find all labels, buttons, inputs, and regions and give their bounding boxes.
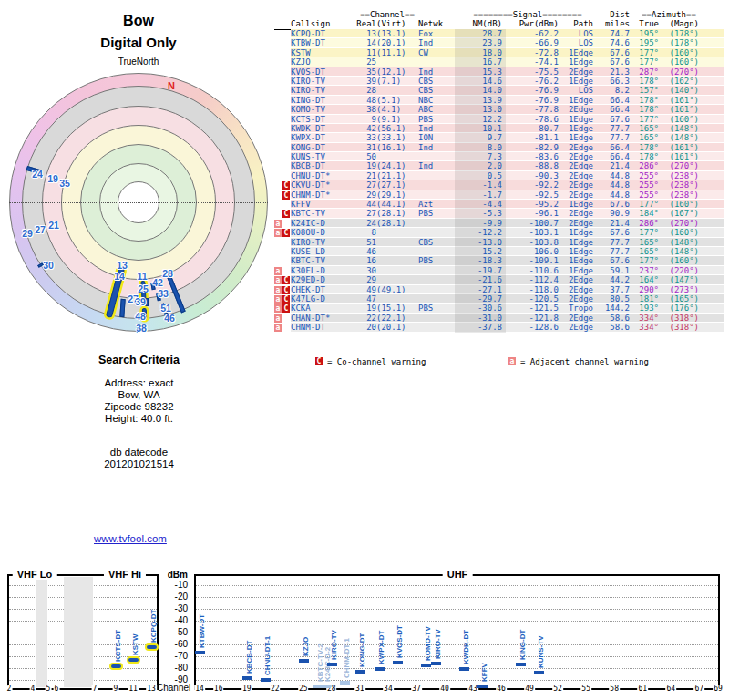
callsign-cell: KWDK-DT bbox=[291, 124, 356, 133]
channel-tick-label: 5 bbox=[46, 685, 52, 693]
nm-db-cell: 18.0 bbox=[455, 48, 502, 57]
power-dbm-cell: -100.7 bbox=[502, 219, 559, 228]
azimuth-magnetic-cell: (270°) bbox=[661, 219, 704, 228]
azimuth-true-cell: 164° bbox=[633, 275, 661, 284]
azimuth-true-cell: 195° bbox=[633, 38, 661, 47]
radar-channel-label: 19 bbox=[47, 173, 58, 184]
azimuth-true-cell: 195° bbox=[633, 29, 661, 38]
azimuth-magnetic-cell: (161°) bbox=[661, 152, 704, 161]
azimuth-magnetic-cell: (165°) bbox=[661, 294, 704, 304]
co-channel-marker: C bbox=[282, 295, 290, 304]
gridline bbox=[196, 585, 718, 586]
real-channel-cell: 49 bbox=[356, 285, 376, 294]
adjacent-channel-marker: a bbox=[274, 229, 282, 237]
azimuth-true-cell: 177° bbox=[633, 228, 661, 237]
azimuth-magnetic-cell: (176°) bbox=[661, 304, 704, 313]
virtual-channel-cell: (22.1) bbox=[376, 314, 418, 323]
nm-db-cell: 13.0 bbox=[455, 105, 502, 114]
distance-cell: 67.6 bbox=[601, 57, 633, 67]
real-channel-cell: 48 bbox=[356, 96, 376, 105]
nm-db-cell: 0.5 bbox=[455, 171, 502, 180]
path-cell: 1Edge bbox=[559, 77, 601, 86]
path-cell: 2Edge bbox=[559, 143, 601, 152]
network-cell bbox=[418, 314, 455, 323]
column-header: True bbox=[633, 19, 661, 29]
channel-tick-label: 11 bbox=[128, 685, 139, 693]
callsign-cell: K30FL-D bbox=[291, 266, 356, 275]
azimuth-magnetic-cell: (148°) bbox=[661, 238, 704, 247]
path-cell: 2Edge bbox=[559, 171, 601, 180]
virtual-channel-cell: (20.1) bbox=[376, 38, 418, 47]
spectrum-signal-label: CHNU-DT-1 bbox=[263, 636, 272, 675]
distance-cell: 44.8 bbox=[601, 190, 633, 200]
path-cell: LOS bbox=[559, 29, 601, 38]
azimuth-magnetic-cell: (318°) bbox=[661, 314, 704, 323]
power-dbm-cell: -120.5 bbox=[502, 294, 559, 304]
channel-tick-label: 31 bbox=[354, 685, 365, 693]
azimuth-true-cell: 286° bbox=[633, 219, 661, 228]
column-header: (Magn) bbox=[661, 19, 704, 29]
virtual-channel-cell bbox=[376, 86, 418, 95]
power-dbm-cell: -75.5 bbox=[502, 67, 559, 77]
network-cell: CW bbox=[418, 48, 455, 57]
path-cell: 2Edge bbox=[559, 209, 601, 218]
radar-channel-label: 28 bbox=[162, 268, 173, 279]
table-row: KCTS-DT9(9.1)PBS12.2-78.61Edge67.6177°(1… bbox=[274, 115, 724, 124]
gridline bbox=[196, 680, 718, 681]
nm-db-cell: 16.7 bbox=[455, 57, 502, 67]
path-cell: 2Edge bbox=[559, 314, 601, 323]
virtual-channel-cell bbox=[376, 228, 418, 237]
azimuth-magnetic-cell: (162°) bbox=[661, 77, 704, 86]
path-cell: 2Edge bbox=[559, 161, 601, 170]
tvfool-link[interactable]: www.tvfool.com bbox=[94, 533, 167, 544]
spectrum-signal-label: KWPX-DT bbox=[377, 631, 385, 664]
search-criteria: Search Criteria Address: exactBow, WAZip… bbox=[36, 354, 241, 470]
real-channel-cell: 19 bbox=[356, 304, 376, 313]
callsign-cell: KCTS-DT bbox=[291, 115, 356, 124]
nm-db-cell: -21.6 bbox=[455, 275, 502, 284]
power-dbm-cell: -103.8 bbox=[502, 238, 559, 247]
real-channel-cell: 8 bbox=[356, 228, 376, 237]
azimuth-true-cell: 178° bbox=[633, 96, 661, 105]
azimuth-magnetic-cell: (161°) bbox=[661, 143, 704, 152]
azimuth-magnetic-cell: (318°) bbox=[661, 323, 704, 332]
table-row: aK24IC-D24(28.1)-9.9-100.72Edge21.4286°(… bbox=[274, 219, 724, 228]
azimuth-true-cell: 255° bbox=[633, 190, 661, 200]
network-cell bbox=[418, 219, 455, 228]
gridline bbox=[196, 644, 718, 645]
channel-tick-label: 61 bbox=[637, 685, 648, 693]
spectrum-signal-bar bbox=[327, 663, 337, 666]
callsign-cell: KBTC-TV bbox=[291, 256, 356, 265]
azimuth-true-cell: 165° bbox=[633, 133, 661, 142]
spectrum-signal-label: KCPQ-DT bbox=[149, 609, 158, 642]
spectrum-signal-bar bbox=[355, 670, 365, 674]
nm-db-cell: -31.0 bbox=[455, 314, 502, 323]
spectrum-signal-bar bbox=[516, 663, 526, 666]
radar-channel-label: 33 bbox=[158, 288, 169, 299]
path-cell: 2Edge bbox=[559, 190, 601, 200]
network-cell bbox=[418, 190, 455, 200]
radar-channel-label: 35 bbox=[59, 178, 70, 189]
callsign-cell: KOMO-TV bbox=[291, 105, 356, 114]
virtual-channel-cell: (20.1) bbox=[376, 323, 418, 332]
path-cell: LOS bbox=[559, 86, 601, 95]
virtual-channel-cell: (4.1) bbox=[376, 105, 418, 114]
virtual-channel-cell bbox=[376, 247, 418, 256]
nm-db-cell: -30.6 bbox=[455, 304, 502, 313]
network-cell bbox=[418, 171, 455, 180]
channel-tick-label: 4 bbox=[30, 685, 36, 693]
real-channel-cell: 16 bbox=[356, 256, 376, 265]
callsign-cell: K47LG-D bbox=[291, 294, 356, 304]
power-dbm-cell: -103.1 bbox=[502, 228, 559, 237]
network-cell: CBS bbox=[418, 77, 455, 86]
power-dbm-cell: -74.1 bbox=[502, 57, 559, 67]
path-cell: 2Edge bbox=[559, 67, 601, 77]
radar-channel-label: 27 bbox=[35, 224, 46, 235]
signal-spectrum-chart: dBm Channel -10-20-30-40-50-60-70-80-90V… bbox=[0, 567, 729, 700]
adjacent-channel-marker: a bbox=[274, 267, 282, 275]
azimuth-magnetic-cell: (273°) bbox=[661, 285, 704, 294]
network-cell: Azt bbox=[418, 200, 455, 209]
power-dbm-cell: -76.2 bbox=[502, 77, 559, 86]
power-dbm-cell: -121.8 bbox=[502, 314, 559, 323]
power-dbm-cell: -62.2 bbox=[502, 29, 559, 38]
